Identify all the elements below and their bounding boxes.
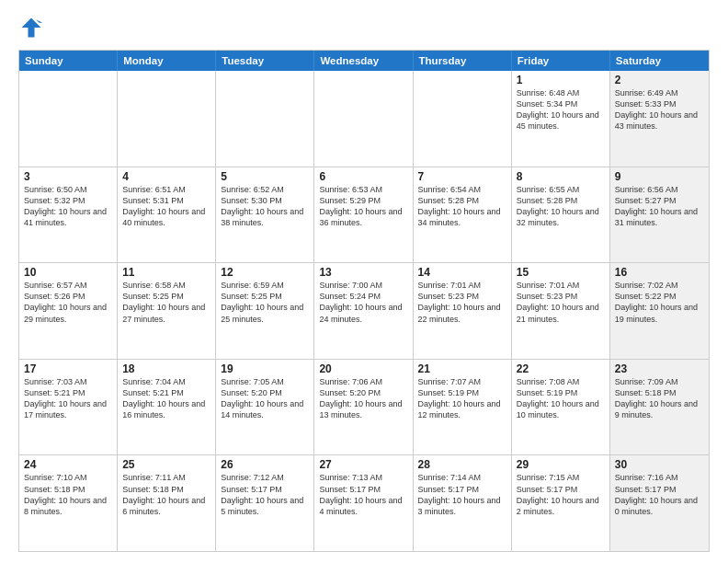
- day-number: 3: [24, 170, 112, 183]
- day-info: Sunrise: 6:54 AM Sunset: 5:28 PM Dayligh…: [418, 184, 506, 229]
- day-cell-1: 1Sunrise: 6:48 AM Sunset: 5:34 PM Daylig…: [512, 71, 610, 167]
- header: [18, 15, 710, 40]
- header-day-sunday: Sunday: [19, 51, 118, 71]
- day-cell-22: 22Sunrise: 7:08 AM Sunset: 5:19 PM Dayli…: [512, 360, 610, 455]
- header-day-thursday: Thursday: [414, 51, 512, 71]
- calendar-header: SundayMondayTuesdayWednesdayThursdayFrid…: [19, 51, 709, 71]
- empty-cell: [314, 71, 413, 167]
- day-number: 5: [221, 170, 309, 183]
- day-info: Sunrise: 7:16 AM Sunset: 5:17 PM Dayligh…: [615, 472, 704, 517]
- logo-icon: [18, 15, 44, 40]
- day-info: Sunrise: 7:06 AM Sunset: 5:20 PM Dayligh…: [319, 376, 407, 421]
- day-number: 4: [122, 170, 210, 183]
- header-day-saturday: Saturday: [610, 51, 709, 71]
- day-cell-6: 6Sunrise: 6:53 AM Sunset: 5:29 PM Daylig…: [314, 167, 413, 263]
- day-info: Sunrise: 6:56 AM Sunset: 5:27 PM Dayligh…: [615, 184, 704, 229]
- day-info: Sunrise: 7:14 AM Sunset: 5:17 PM Dayligh…: [418, 472, 506, 517]
- page: SundayMondayTuesdayWednesdayThursdayFrid…: [0, 0, 728, 563]
- day-info: Sunrise: 6:52 AM Sunset: 5:30 PM Dayligh…: [221, 184, 309, 229]
- day-number: 10: [24, 266, 112, 279]
- day-number: 1: [517, 74, 605, 86]
- day-cell-11: 11Sunrise: 6:58 AM Sunset: 5:25 PM Dayli…: [118, 263, 216, 359]
- header-day-wednesday: Wednesday: [314, 51, 413, 71]
- day-number: 25: [122, 458, 210, 471]
- day-info: Sunrise: 7:01 AM Sunset: 5:23 PM Dayligh…: [418, 280, 506, 325]
- day-cell-26: 26Sunrise: 7:12 AM Sunset: 5:17 PM Dayli…: [216, 455, 314, 551]
- day-number: 9: [615, 170, 704, 183]
- day-info: Sunrise: 7:03 AM Sunset: 5:21 PM Dayligh…: [24, 376, 112, 421]
- day-number: 21: [418, 362, 506, 375]
- day-number: 6: [319, 170, 407, 183]
- day-cell-23: 23Sunrise: 7:09 AM Sunset: 5:18 PM Dayli…: [610, 360, 709, 455]
- logo: [18, 15, 48, 40]
- calendar-row-3: 10Sunrise: 6:57 AM Sunset: 5:26 PM Dayli…: [19, 262, 709, 359]
- day-info: Sunrise: 7:08 AM Sunset: 5:19 PM Dayligh…: [517, 376, 605, 421]
- day-cell-4: 4Sunrise: 6:51 AM Sunset: 5:31 PM Daylig…: [118, 167, 216, 263]
- svg-marker-1: [36, 19, 42, 23]
- calendar-row-5: 24Sunrise: 7:10 AM Sunset: 5:18 PM Dayli…: [19, 454, 709, 551]
- day-info: Sunrise: 7:00 AM Sunset: 5:24 PM Dayligh…: [319, 280, 407, 325]
- day-cell-30: 30Sunrise: 7:16 AM Sunset: 5:17 PM Dayli…: [610, 455, 709, 551]
- calendar-row-4: 17Sunrise: 7:03 AM Sunset: 5:21 PM Dayli…: [19, 359, 709, 455]
- day-cell-19: 19Sunrise: 7:05 AM Sunset: 5:20 PM Dayli…: [216, 360, 314, 455]
- day-cell-15: 15Sunrise: 7:01 AM Sunset: 5:23 PM Dayli…: [512, 263, 610, 359]
- day-cell-24: 24Sunrise: 7:10 AM Sunset: 5:18 PM Dayli…: [19, 455, 118, 551]
- day-cell-10: 10Sunrise: 6:57 AM Sunset: 5:26 PM Dayli…: [19, 263, 118, 359]
- day-number: 18: [122, 362, 210, 375]
- day-cell-20: 20Sunrise: 7:06 AM Sunset: 5:20 PM Dayli…: [314, 360, 413, 455]
- calendar-body: 1Sunrise: 6:48 AM Sunset: 5:34 PM Daylig…: [19, 71, 709, 551]
- calendar-row-1: 1Sunrise: 6:48 AM Sunset: 5:34 PM Daylig…: [19, 71, 709, 167]
- day-info: Sunrise: 6:57 AM Sunset: 5:26 PM Dayligh…: [24, 280, 112, 325]
- day-info: Sunrise: 7:12 AM Sunset: 5:17 PM Dayligh…: [221, 472, 309, 517]
- day-number: 20: [319, 362, 407, 375]
- day-info: Sunrise: 7:04 AM Sunset: 5:21 PM Dayligh…: [122, 376, 210, 421]
- day-number: 19: [221, 362, 309, 375]
- day-number: 12: [221, 266, 309, 279]
- day-cell-21: 21Sunrise: 7:07 AM Sunset: 5:19 PM Dayli…: [414, 360, 512, 455]
- calendar-row-2: 3Sunrise: 6:50 AM Sunset: 5:32 PM Daylig…: [19, 167, 709, 263]
- day-number: 30: [615, 458, 704, 471]
- day-info: Sunrise: 7:13 AM Sunset: 5:17 PM Dayligh…: [319, 472, 407, 517]
- empty-cell: [414, 71, 512, 167]
- day-number: 14: [418, 266, 506, 279]
- day-cell-2: 2Sunrise: 6:49 AM Sunset: 5:33 PM Daylig…: [610, 71, 709, 167]
- empty-cell: [118, 71, 216, 167]
- header-day-tuesday: Tuesday: [216, 51, 314, 71]
- day-number: 15: [517, 266, 605, 279]
- day-info: Sunrise: 7:05 AM Sunset: 5:20 PM Dayligh…: [221, 376, 309, 421]
- day-cell-27: 27Sunrise: 7:13 AM Sunset: 5:17 PM Dayli…: [314, 455, 413, 551]
- day-info: Sunrise: 6:49 AM Sunset: 5:33 PM Dayligh…: [615, 87, 704, 132]
- day-info: Sunrise: 7:11 AM Sunset: 5:18 PM Dayligh…: [122, 472, 210, 517]
- day-cell-3: 3Sunrise: 6:50 AM Sunset: 5:32 PM Daylig…: [19, 167, 118, 263]
- day-number: 11: [122, 266, 210, 279]
- day-info: Sunrise: 6:48 AM Sunset: 5:34 PM Dayligh…: [517, 87, 605, 132]
- header-day-friday: Friday: [512, 51, 610, 71]
- day-info: Sunrise: 6:59 AM Sunset: 5:25 PM Dayligh…: [221, 280, 309, 325]
- day-number: 28: [418, 458, 506, 471]
- calendar: SundayMondayTuesdayWednesdayThursdayFrid…: [18, 50, 710, 552]
- day-number: 22: [517, 362, 605, 375]
- day-cell-17: 17Sunrise: 7:03 AM Sunset: 5:21 PM Dayli…: [19, 360, 118, 455]
- day-number: 16: [615, 266, 704, 279]
- day-info: Sunrise: 7:07 AM Sunset: 5:19 PM Dayligh…: [418, 376, 506, 421]
- day-cell-12: 12Sunrise: 6:59 AM Sunset: 5:25 PM Dayli…: [216, 263, 314, 359]
- day-cell-18: 18Sunrise: 7:04 AM Sunset: 5:21 PM Dayli…: [118, 360, 216, 455]
- day-info: Sunrise: 6:55 AM Sunset: 5:28 PM Dayligh…: [517, 184, 605, 229]
- day-number: 2: [615, 74, 704, 86]
- header-day-monday: Monday: [118, 51, 216, 71]
- day-number: 23: [615, 362, 704, 375]
- day-info: Sunrise: 7:09 AM Sunset: 5:18 PM Dayligh…: [615, 376, 704, 421]
- day-number: 17: [24, 362, 112, 375]
- day-info: Sunrise: 6:58 AM Sunset: 5:25 PM Dayligh…: [122, 280, 210, 325]
- day-number: 26: [221, 458, 309, 471]
- empty-cell: [19, 71, 118, 167]
- day-info: Sunrise: 7:15 AM Sunset: 5:17 PM Dayligh…: [517, 472, 605, 517]
- day-cell-29: 29Sunrise: 7:15 AM Sunset: 5:17 PM Dayli…: [512, 455, 610, 551]
- day-number: 27: [319, 458, 407, 471]
- empty-cell: [216, 71, 314, 167]
- day-info: Sunrise: 7:01 AM Sunset: 5:23 PM Dayligh…: [517, 280, 605, 325]
- day-cell-7: 7Sunrise: 6:54 AM Sunset: 5:28 PM Daylig…: [414, 167, 512, 263]
- day-info: Sunrise: 6:51 AM Sunset: 5:31 PM Dayligh…: [122, 184, 210, 229]
- day-number: 8: [517, 170, 605, 183]
- day-info: Sunrise: 6:50 AM Sunset: 5:32 PM Dayligh…: [24, 184, 112, 229]
